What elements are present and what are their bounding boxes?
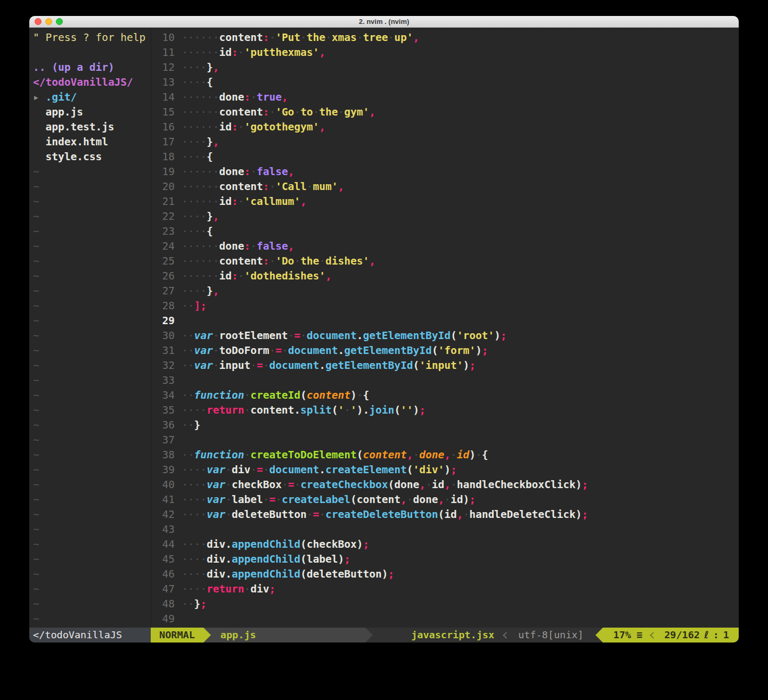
- code-line[interactable]: 32··var·input·=·document.getElementById(…: [151, 358, 739, 373]
- powerline-separator: [365, 628, 373, 643]
- lines-icon: ≡: [636, 628, 642, 643]
- code-line[interactable]: 45····div.appendChild(label);: [151, 552, 739, 567]
- line-number: 14: [151, 90, 175, 105]
- line-number: 42: [151, 507, 175, 522]
- code-line[interactable]: 23····{: [151, 224, 739, 239]
- code-line[interactable]: 10······content:·'Put·the·xmas·tree·up',: [151, 30, 739, 45]
- code-text: ····},: [182, 61, 219, 73]
- code-text: ····div.appendChild(checkBox);: [182, 538, 369, 550]
- code-text: ······id:·'callmum',: [182, 195, 307, 208]
- code-line[interactable]: 37: [151, 433, 739, 448]
- empty-line-tilde: ~: [29, 269, 151, 284]
- empty-line-tilde: ~: [29, 373, 151, 388]
- line-number: 25: [151, 254, 175, 269]
- explorer-up-dir[interactable]: .. (up a dir): [29, 60, 151, 75]
- empty-line-tilde: ~: [29, 194, 151, 209]
- code-line[interactable]: 12····},: [151, 60, 739, 75]
- empty-line-tilde: ~: [29, 209, 151, 224]
- code-line[interactable]: 42····var·deleteButton·=·createDeleteBut…: [151, 507, 739, 522]
- code-line[interactable]: 29: [151, 314, 739, 328]
- code-line[interactable]: 47····return·div;: [151, 582, 739, 597]
- code-text: ······content:·'Call·mum',: [182, 180, 344, 193]
- code-line[interactable]: 43: [151, 522, 739, 537]
- code-line[interactable]: 28··];: [151, 299, 739, 314]
- code-line[interactable]: 34··function·createId(content)·{: [151, 388, 739, 403]
- statusline-position-segment: 17% ≡ 29/162 ℓ : 1: [603, 628, 739, 643]
- code-line[interactable]: 18····{: [151, 150, 739, 164]
- empty-line-tilde: ~: [29, 463, 151, 477]
- code-text: ······id:·'gotothegym',: [182, 121, 325, 133]
- line-number: 15: [151, 105, 175, 120]
- explorer-item-style.css[interactable]: style.css: [29, 150, 151, 164]
- code-text: ······content:·'Do·the·dishes',: [182, 255, 375, 267]
- code-text: ······content:·'Go·to·the·gym',: [182, 106, 375, 118]
- position-separator: :: [713, 628, 719, 643]
- empty-line-tilde: ~: [29, 612, 151, 627]
- code-line[interactable]: 17····},: [151, 135, 739, 150]
- code-line[interactable]: 44····div.appendChild(checkBox);: [151, 537, 739, 552]
- empty-line-tilde: ~: [29, 284, 151, 299]
- explorer-root-dir[interactable]: </todoVanillaJS/: [29, 75, 151, 90]
- code-line[interactable]: 40····var·checkBox·=·createCheckbox(done…: [151, 477, 739, 492]
- line-number: 41: [151, 492, 175, 507]
- code-line[interactable]: 35····return·content.split('·').join('')…: [151, 403, 739, 418]
- dir-label: .git/: [45, 91, 77, 103]
- empty-line-tilde: ~: [29, 254, 151, 269]
- code-line[interactable]: 27····},: [151, 284, 739, 299]
- explorer-blank-line: [29, 45, 151, 60]
- code-line[interactable]: 39····var·div·=·document.createElement('…: [151, 463, 739, 477]
- line-number: 24: [151, 239, 175, 254]
- line-number: 38: [151, 448, 175, 463]
- code-line[interactable]: 38··function·createToDoElement(content,·…: [151, 448, 739, 463]
- code-line[interactable]: 25······content:·'Do·the·dishes',: [151, 254, 739, 269]
- code-line[interactable]: 36··}: [151, 418, 739, 433]
- empty-line-tilde: ~: [29, 418, 151, 433]
- code-line[interactable]: 48··};: [151, 597, 739, 612]
- code-line[interactable]: 13····{: [151, 75, 739, 90]
- code-line[interactable]: 14······done:·true,: [151, 90, 739, 105]
- code-line[interactable]: 22····},: [151, 209, 739, 224]
- empty-line-tilde: ~: [29, 239, 151, 254]
- code-line[interactable]: 33: [151, 373, 739, 388]
- empty-line-tilde: ~: [29, 507, 151, 522]
- code-text: ····},: [182, 210, 219, 223]
- code-line[interactable]: 49: [151, 612, 739, 627]
- line-number: 45: [151, 552, 175, 567]
- line-number: 22: [151, 209, 175, 224]
- code-line[interactable]: 24······done:·false,: [151, 239, 739, 254]
- titlebar[interactable]: 2. nvim . (nvim): [29, 16, 739, 28]
- line-number: 27: [151, 284, 175, 299]
- empty-line-tilde: ~: [29, 433, 151, 448]
- empty-line-tilde: ~: [29, 358, 151, 373]
- statusline-explorer-buffer: </todoVanillaJS: [29, 628, 151, 643]
- code-line[interactable]: 16······id:·'gotothegym',: [151, 120, 739, 135]
- line-number: 21: [151, 194, 175, 209]
- line-number: 17: [151, 135, 175, 150]
- explorer-item-index.html[interactable]: index.html: [29, 135, 151, 150]
- terminal-window: 2. nvim . (nvim) " Press ? for help .. (…: [29, 16, 739, 643]
- explorer-item-.git[interactable]: ▸.git/: [29, 90, 151, 105]
- code-line[interactable]: 41····var·label·=·createLabel(content,·d…: [151, 492, 739, 507]
- code-line[interactable]: 26······id:·'dothedishes',: [151, 269, 739, 284]
- code-line[interactable]: 20······content:·'Call·mum',: [151, 179, 739, 194]
- editor-pane[interactable]: 10······content:·'Put·the·xmas·tree·up',…: [151, 28, 739, 628]
- powerline-separator: [203, 628, 211, 643]
- empty-line-tilde: ~: [29, 224, 151, 239]
- code-line[interactable]: 46····div.appendChild(deleteButton);: [151, 567, 739, 582]
- empty-line-tilde: ~: [29, 343, 151, 358]
- line-number: 11: [151, 45, 175, 60]
- empty-line-tilde: ~: [29, 388, 151, 403]
- code-text: ····var·label·=·createLabel(content,·don…: [182, 493, 476, 506]
- line-number: 10: [151, 30, 175, 45]
- code-line[interactable]: 21······id:·'callmum',: [151, 194, 739, 209]
- line-number: 30: [151, 328, 175, 343]
- line-number: 40: [151, 477, 175, 492]
- code-line[interactable]: 31··var·toDoForm·=·document.getElementBy…: [151, 343, 739, 358]
- code-line[interactable]: 15······content:·'Go·to·the·gym',: [151, 105, 739, 120]
- empty-line-tilde: ~: [29, 522, 151, 537]
- code-line[interactable]: 19······done:·false,: [151, 164, 739, 179]
- explorer-item-app.test.js[interactable]: app.test.js: [29, 120, 151, 135]
- code-line[interactable]: 11······id:·'putthexmas',: [151, 45, 739, 60]
- explorer-item-app.js[interactable]: app.js: [29, 105, 151, 120]
- code-line[interactable]: 30··var·rootElement·=·document.getElemen…: [151, 328, 739, 343]
